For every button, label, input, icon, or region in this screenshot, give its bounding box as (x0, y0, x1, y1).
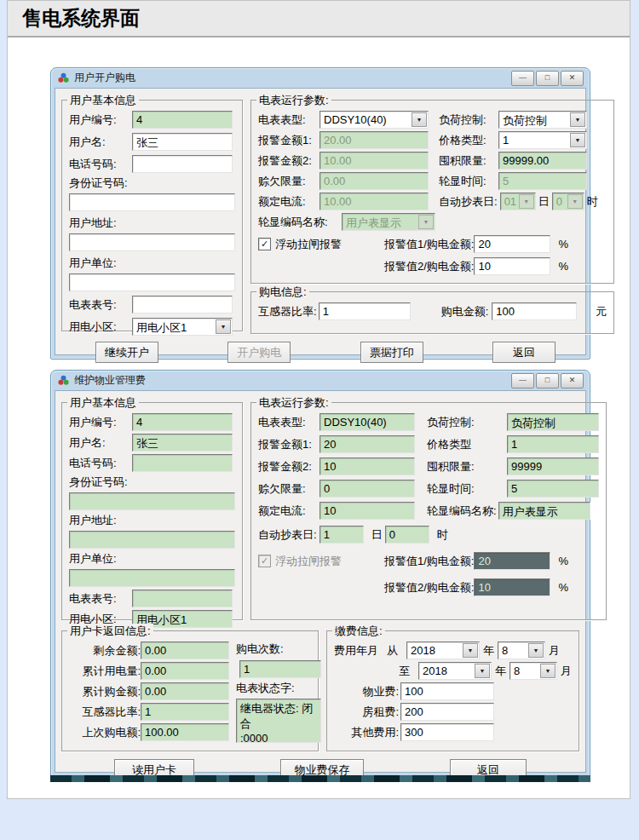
cycle-code-label: 轮显编码名称: (427, 503, 497, 519)
meter-no-label: 电表表号: (69, 297, 132, 313)
credit-limit-label: 赊欠限量: (258, 174, 320, 189)
price-type-field: 1 (507, 435, 599, 453)
back-button[interactable]: 返回 (492, 342, 556, 363)
cycle-time-label: 轮显时间: (427, 481, 507, 497)
dropdown-arrow-icon: ▼ (418, 215, 434, 229)
hour-unit-label: 时 (587, 194, 598, 210)
maximize-button[interactable]: □ (536, 373, 559, 388)
group-card-return-info: 用户卡返回信息: 剩余金额: 0.00 累计用电量: 0.00 累计购金额: 0… (61, 630, 319, 751)
unit-label: 用户单位: (69, 256, 117, 271)
price-type-dropdown[interactable]: 1 ▼ (498, 131, 587, 149)
load-control-label: 负荷控制: (439, 112, 498, 128)
load-control-field: 负荷控制 (507, 413, 599, 431)
ct-ratio-label: 互感器比率: (69, 705, 141, 720)
ct-ratio-label: 互感器比率: (258, 304, 317, 319)
district-dropdown[interactable]: 用电小区1 ▼ (132, 318, 233, 336)
user-name-label: 用户名: (69, 135, 132, 150)
titlebar[interactable]: 维护物业管理费 — □ ✕ (55, 371, 586, 390)
from-year-dropdown[interactable]: 2018 ▼ (406, 642, 480, 659)
auto-read-hour-dropdown: 0 ▼ (552, 193, 584, 210)
cycle-time-label: 轮显时间: (439, 174, 498, 189)
unit-input[interactable] (69, 273, 235, 291)
close-button[interactable]: ✕ (561, 373, 584, 388)
rent-fee-label: 房租费: (334, 705, 399, 720)
dropdown-arrow-icon: ▼ (216, 319, 231, 334)
continue-open-account-button[interactable]: 继续开户 (95, 342, 158, 363)
phone-input[interactable] (132, 155, 233, 173)
property-fee-input[interactable]: 100 (400, 682, 494, 700)
user-no-field: 4 (132, 413, 233, 431)
hour-unit-label: 时 (437, 527, 448, 543)
total-purchase-field: 0.00 (141, 682, 229, 700)
alarm-value2-label: 报警值2/购电金额: (384, 259, 474, 274)
to-month-dropdown[interactable]: 8 ▼ (509, 662, 557, 680)
dropdown-arrow-icon: ▼ (570, 133, 585, 147)
from-label: 从 (387, 643, 398, 659)
meter-type-dropdown[interactable]: DDSY10(40) ▼ (320, 111, 429, 129)
cycle-time-field: 5 (507, 480, 599, 498)
id-label: 身份证号码: (69, 175, 128, 191)
alarm-amount2-label: 报警金额2: (258, 153, 320, 169)
close-button[interactable]: ✕ (561, 71, 584, 86)
id-label: 身份证号码: (69, 475, 128, 490)
user-no-label: 用户编号: (69, 415, 132, 430)
maximize-button[interactable]: □ (536, 71, 559, 86)
alarm-amount1-field: 20.00 (320, 131, 429, 149)
purchase-amount-label: 购电金额: (441, 304, 489, 319)
user-name-input[interactable]: 张三 (132, 133, 233, 151)
minimize-button[interactable]: — (511, 373, 534, 388)
other-fee-input[interactable]: 300 (400, 723, 494, 741)
to-label: 至 (399, 664, 410, 679)
percent-sign: % (558, 555, 568, 567)
alarm-value1-field: 20 (474, 552, 550, 570)
address-input[interactable] (69, 233, 235, 251)
meter-no-input[interactable] (132, 296, 233, 314)
dropdown-arrow-icon: ▼ (463, 643, 478, 658)
alarm-value2-field: 10 (474, 578, 550, 596)
checkbox-checked-icon: ✓ (258, 555, 271, 567)
to-year-value: 2018 (419, 663, 474, 679)
from-month-dropdown[interactable]: 8 ▼ (498, 642, 545, 659)
alarm-value2-label: 报警值2/购电金额: (384, 580, 474, 595)
ct-ratio-input[interactable]: 1 (319, 302, 411, 320)
print-receipt-button[interactable]: 票据打印 (360, 342, 423, 363)
group-payment-info: 缴费信息: 费用年月 从 2018 ▼ 年 8 ▼ 月 至 (326, 630, 579, 751)
address-label: 用户地址: (69, 513, 117, 528)
meter-status-label: 电表状态字: (236, 681, 321, 696)
float-alarm-checkbox-group[interactable]: ✓ 浮动拉闸报警 (258, 237, 384, 252)
purchase-amount-input[interactable]: 100 (492, 302, 577, 320)
to-month-value: 8 (510, 663, 539, 679)
auto-read-day-value: 01 (501, 193, 518, 210)
purchase-times-label: 购电次数: (236, 642, 321, 657)
checkbox-checked-icon[interactable]: ✓ (258, 238, 271, 250)
total-energy-field: 0.00 (141, 662, 229, 680)
load-control-dropdown[interactable]: 负荷控制 ▼ (498, 111, 587, 129)
float-alarm-label: 浮动拉闸报警 (275, 554, 342, 569)
alarm-value1-input[interactable]: 20 (474, 235, 550, 253)
month-unit-label: 月 (561, 664, 572, 679)
phone-field (132, 454, 233, 472)
hoard-limit-field: 99999.00 (498, 152, 587, 170)
dropdown-arrow-icon: ▼ (475, 664, 490, 678)
rent-fee-input[interactable]: 200 (400, 703, 494, 721)
id-input[interactable] (69, 193, 235, 211)
yuan-unit-label: 元 (596, 304, 607, 319)
rated-current-field: 10.00 (320, 193, 429, 210)
cycle-time-field: 5 (498, 172, 587, 190)
remaining-amount-field: 0.00 (141, 642, 229, 659)
user-no-label: 用户编号: (69, 112, 132, 128)
unit-field (69, 569, 235, 587)
total-purchase-label: 累计购金额: (69, 684, 141, 699)
to-year-dropdown[interactable]: 2018 ▼ (418, 662, 492, 680)
minimize-button[interactable]: — (511, 71, 534, 86)
month-unit-label: 月 (549, 643, 560, 659)
user-name-field: 张三 (132, 434, 233, 452)
load-control-value: 负荷控制 (499, 112, 569, 128)
alarm-value2-input[interactable]: 10 (474, 257, 550, 275)
meter-type-label: 电表表型: (258, 415, 320, 430)
year-unit-label: 年 (483, 643, 494, 659)
load-control-label: 负荷控制: (427, 415, 507, 430)
price-type-label: 价格类型 (427, 437, 507, 452)
meter-type-label: 电表表型: (258, 112, 320, 128)
titlebar[interactable]: 用户开户购电 — □ ✕ (55, 68, 586, 88)
